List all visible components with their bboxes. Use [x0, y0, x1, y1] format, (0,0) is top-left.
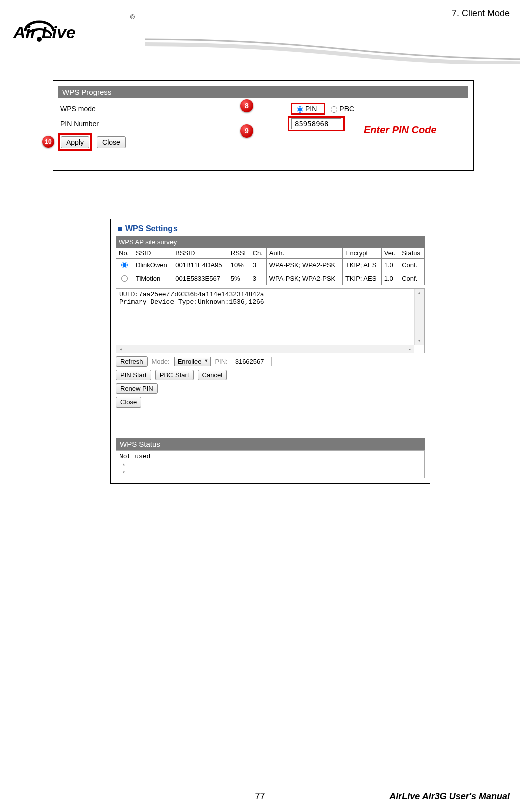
vertical-scrollbar[interactable]: ▴ ▾ — [119, 460, 421, 476]
bullet-icon — [118, 227, 122, 231]
wps-settings-title-text: WPS Settings — [125, 224, 178, 233]
col-no: No. — [116, 248, 133, 259]
cell-encrypt: TKIP; AES — [342, 272, 381, 285]
callout-10: 10 — [42, 136, 54, 148]
cell-ch: 3 — [250, 272, 266, 285]
renew-pin-button[interactable]: Renew PIN — [116, 383, 158, 394]
col-ch: Ch. — [250, 248, 266, 259]
uuid-info-box: UUID:7aa25ee77d0336b4a114e14323f4842a Pr… — [116, 288, 425, 353]
wps-status-title: WPS Status — [116, 438, 425, 450]
cell-encrypt: TKIP; AES — [342, 259, 381, 272]
cell-status: Conf. — [399, 259, 425, 272]
vertical-scrollbar[interactable]: ▴ ▾ — [414, 289, 424, 345]
scroll-down-icon[interactable]: ▾ — [119, 468, 128, 476]
svg-text:Air Live: Air Live — [13, 23, 76, 42]
pin-number-label: PIN Number — [58, 120, 229, 128]
apply-button[interactable]: Apply — [61, 136, 89, 148]
scroll-right-icon[interactable]: ▸ — [405, 345, 414, 353]
pbc-radio[interactable]: PBC — [328, 105, 354, 113]
survey-columns: No. SSID BSSID RSSI Ch. Auth. Encrypt Ve… — [116, 248, 425, 259]
apply-highlight: Apply — [58, 133, 92, 151]
scroll-down-icon[interactable]: ▾ — [415, 337, 424, 345]
cell-rssi: 10% — [228, 259, 250, 272]
cell-ssid: TiMotion — [133, 272, 172, 285]
wps-status-text: Not used — [119, 453, 421, 460]
col-bssid: BSSID — [172, 248, 228, 259]
pin-label: PIN: — [215, 358, 227, 365]
enter-pin-annotation: Enter PIN Code — [364, 124, 437, 136]
wps-mode-label: WPS mode — [58, 105, 229, 113]
horizontal-scrollbar[interactable]: ◂ ▸ — [119, 476, 421, 478]
wps-settings-title: WPS Settings — [116, 224, 425, 233]
ap-site-survey-table: WPS AP site survey No. SSID BSSID RSSI C… — [116, 236, 425, 285]
callout-9: 9 — [240, 124, 253, 138]
chapter-title: 7. Client Mode — [452, 8, 510, 19]
wps-progress-title: WPS Progress — [58, 86, 468, 98]
cell-auth: WPA-PSK; WPA2-PSK — [266, 272, 342, 285]
wps-settings-panel: WPS Settings WPS AP site survey No. SSID… — [110, 219, 430, 484]
close-button[interactable]: Close — [97, 136, 126, 148]
pbc-radio-input[interactable] — [331, 106, 337, 113]
col-status: Status — [399, 248, 425, 259]
close-button-2[interactable]: Close — [116, 397, 141, 408]
table-row[interactable]: TiMotion 001E5833E567 5% 3 WPA-PSK; WPA2… — [116, 272, 425, 285]
airlive-logo: Air Live ® — [10, 8, 140, 43]
col-ver: Ver. — [381, 248, 399, 259]
col-rssi: RSSI — [228, 248, 250, 259]
mode-select[interactable]: Enrollee — [174, 357, 211, 366]
cell-ver: 1.0 — [381, 272, 399, 285]
survey-header: WPS AP site survey — [116, 237, 425, 248]
refresh-button[interactable]: Refresh — [116, 356, 148, 367]
cell-ch: 3 — [250, 259, 266, 272]
cell-auth: WPA-PSK; WPA2-PSK — [266, 259, 342, 272]
pin-readonly: 31662567 — [232, 357, 272, 366]
horizontal-scrollbar[interactable]: ◂ ▸ — [116, 345, 414, 353]
svg-text:®: ® — [130, 14, 135, 21]
row-select-radio[interactable] — [121, 262, 128, 268]
uuid-line: UUID:7aa25ee77d0336b4a114e14323f4842a — [119, 291, 421, 298]
cancel-button[interactable]: Cancel — [198, 370, 227, 380]
pin-number-input[interactable]: 85958968 — [291, 118, 341, 129]
scroll-left-icon[interactable]: ◂ — [116, 345, 125, 353]
pin-radio[interactable]: PIN — [294, 105, 317, 113]
pin-radio-input[interactable] — [297, 106, 303, 113]
scroll-up-icon[interactable]: ▴ — [415, 289, 424, 297]
col-encrypt: Encrypt — [342, 248, 381, 259]
cell-bssid: 001B11E4DA95 — [172, 259, 228, 272]
cell-rssi: 5% — [228, 272, 250, 285]
pbc-start-button[interactable]: PBC Start — [155, 370, 194, 380]
cell-status: Conf. — [399, 272, 425, 285]
cell-ssid: DlinkOwen — [133, 259, 172, 272]
col-auth: Auth. — [266, 248, 342, 259]
table-row[interactable]: DlinkOwen 001B11E4DA95 10% 3 WPA-PSK; WP… — [116, 259, 425, 272]
pin-start-button[interactable]: PIN Start — [116, 370, 151, 380]
device-type-line: Primary Device Type:Unknown:1536,1266 — [119, 298, 421, 306]
manual-title: AirLive Air3G User's Manual — [389, 791, 510, 802]
header-underline — [145, 34, 520, 64]
scroll-up-icon[interactable]: ▴ — [119, 460, 128, 468]
pin-input-highlight: 85958968 — [288, 116, 345, 131]
scroll-left-icon[interactable]: ◂ — [119, 476, 128, 478]
cell-bssid: 001E5833E567 — [172, 272, 228, 285]
pbc-radio-label: PBC — [339, 105, 354, 113]
mode-label: Mode: — [152, 358, 170, 365]
callout-8: 8 — [240, 99, 253, 112]
row-select-radio[interactable] — [121, 275, 128, 282]
pin-radio-label: PIN — [305, 105, 317, 113]
col-ssid: SSID — [133, 248, 172, 259]
cell-ver: 1.0 — [381, 259, 399, 272]
wps-status-box: Not used ▴ ▾ ◂ ▸ — [116, 450, 425, 478]
pin-radio-highlight: PIN — [291, 103, 325, 115]
